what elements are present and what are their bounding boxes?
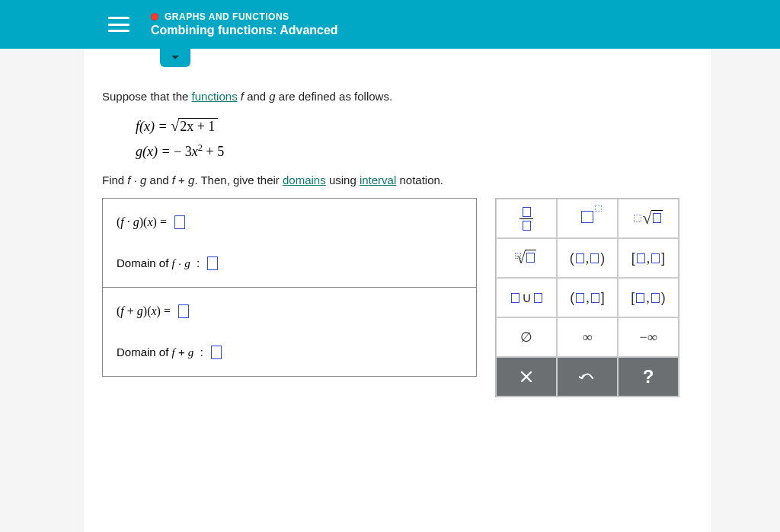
problem-intro: Suppose that the functions f and g are d… <box>102 88 693 106</box>
exponent-button[interactable] <box>557 199 618 238</box>
symbol-palette: √ √ (,) [,] ∪ (,] <box>495 198 679 397</box>
fg-expression-line: (f · g)(x) = <box>117 215 462 229</box>
answer-grid: (f · g)(x) = Domain of f · g : (f + g)(x… <box>102 198 477 377</box>
clear-button[interactable] <box>496 357 557 397</box>
g-definition: g(x) = − 3x2 + 5 <box>136 142 693 160</box>
sqrt-expression: √2x + 1 <box>171 118 218 135</box>
sqrt-button[interactable]: √ <box>618 199 679 238</box>
header-text: GRAPHS AND FUNCTIONS Combining functions… <box>151 11 338 37</box>
dropdown-tab[interactable] <box>160 49 190 67</box>
open-closed-interval-button[interactable]: (,] <box>557 278 618 317</box>
function-definitions: f(x) = √2x + 1 g(x) = − 3x2 + 5 <box>136 118 693 160</box>
f-definition: f(x) = √2x + 1 <box>136 118 693 135</box>
open-open-interval-button[interactable]: (,) <box>557 238 618 278</box>
union-button[interactable]: ∪ <box>496 278 557 317</box>
interval-link[interactable]: interval <box>360 174 396 186</box>
domains-link[interactable]: domains <box>283 174 326 186</box>
functions-link[interactable]: functions <box>192 90 238 103</box>
closed-closed-interval-button[interactable]: [,] <box>618 238 679 278</box>
category-label: GRAPHS AND FUNCTIONS <box>165 11 289 22</box>
task-instruction: Find f · g and f + g. Then, give their d… <box>102 172 693 190</box>
app-header: GRAPHS AND FUNCTIONS Combining functions… <box>0 0 780 49</box>
fg-input[interactable] <box>174 215 185 229</box>
undo-icon <box>579 371 596 382</box>
fplusg-domain-line: Domain of f + g : <box>117 346 462 359</box>
work-area: (f · g)(x) = Domain of f · g : (f + g)(x… <box>102 198 693 397</box>
emptyset-button[interactable]: ∅ <box>496 317 557 357</box>
fplusg-expression-line: (f + g)(x) = <box>117 304 462 318</box>
fplusg-cell: (f + g)(x) = Domain of f + g : <box>103 288 476 376</box>
infinity-button[interactable]: ∞ <box>557 317 618 357</box>
content-page: Suppose that the functions f and g are d… <box>84 49 711 532</box>
neg-infinity-button[interactable]: −∞ <box>618 317 679 357</box>
fg-domain-input[interactable] <box>207 256 218 270</box>
header-title: Combining functions: Advanced <box>151 24 338 37</box>
undo-button[interactable] <box>557 357 618 397</box>
chevron-down-icon <box>171 55 180 61</box>
fplusg-domain-input[interactable] <box>211 346 222 359</box>
nthroot-button[interactable]: √ <box>496 238 557 278</box>
closed-open-interval-button[interactable]: [,) <box>618 278 679 317</box>
fg-cell: (f · g)(x) = Domain of f · g : <box>103 199 476 288</box>
header-category: GRAPHS AND FUNCTIONS <box>151 11 338 22</box>
menu-icon[interactable] <box>108 17 129 32</box>
fg-domain-line: Domain of f · g : <box>117 256 462 270</box>
help-button[interactable]: ? <box>618 357 679 397</box>
times-icon <box>520 371 532 383</box>
fraction-button[interactable] <box>496 199 557 238</box>
record-dot-icon <box>151 13 158 21</box>
fplusg-input[interactable] <box>178 304 189 318</box>
